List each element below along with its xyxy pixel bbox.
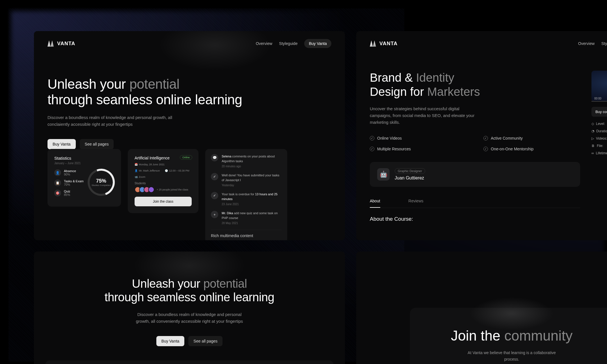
buy-vanta-button[interactable]: Buy Vanta	[47, 139, 76, 149]
panel-hero-centered: Unleash your potential through seamless …	[34, 252, 345, 364]
buy-vanta-button[interactable]: Buy Vanta	[156, 336, 185, 346]
header: VANTA Overview Styleguide Buy Vanta	[34, 31, 345, 48]
author-role-badge: Graphic Designer	[395, 168, 425, 174]
clock-icon: ◔	[591, 129, 594, 133]
tab-about[interactable]: About	[370, 199, 380, 208]
author-name: Juan Guttierez	[395, 176, 425, 181]
join-card: Join the community At Vanta we believe t…	[410, 308, 607, 364]
ai-class-card: Artificial Intelligence Online 📅 Monday,…	[128, 149, 198, 213]
feed-footer: Rich multimedia content	[211, 230, 282, 238]
brand-name: VANTA	[57, 41, 75, 47]
hero-headline: Unleash your potential through seamless …	[45, 277, 334, 304]
hero-headline: Unleash your potential through seamless …	[47, 76, 331, 107]
panel-join-community: Join the community At Vanta we believe t…	[356, 252, 607, 364]
course-tabs: About Reviews	[370, 199, 580, 208]
about-heading: About the Course:	[370, 216, 580, 222]
course-video-preview[interactable]: 🔊⤢ 00:00	[591, 71, 607, 102]
video-icon: ▷	[591, 136, 594, 140]
panel-hero-landing: VANTA Overview Styleguide Buy Vanta Unle…	[34, 31, 345, 240]
clock-icon: 🕐 12.00 – 03.30 PM	[165, 169, 189, 172]
avatar	[148, 187, 154, 193]
brand-logo: VANTA	[47, 40, 75, 47]
student-avatars: + 25 people joined the class	[135, 187, 192, 193]
calendar-icon: 📅 Monday, 28 June 2021	[135, 163, 165, 166]
author-card: 🤖 Graphic Designer Juan Guttierez	[370, 162, 580, 187]
logo-mark-icon	[370, 40, 376, 47]
check-circle-icon: ✓	[370, 136, 374, 140]
buy-course-button[interactable]: Buy course $199.9	[591, 107, 607, 117]
status-badge: Online	[180, 155, 192, 160]
panel-course-detail: VANTA Overview Styleguide Buy Vanta Bran…	[356, 31, 607, 240]
check-icon: ✓	[211, 192, 218, 199]
check-circle-icon: ✓	[483, 136, 488, 140]
nav-overview[interactable]: Overview	[578, 41, 595, 46]
quiz-icon: 🎯	[54, 190, 61, 196]
progress-ring: 75%Studies Completed	[88, 169, 115, 196]
logo-mark-icon	[47, 40, 54, 47]
comment-icon: 💬	[211, 154, 218, 161]
brand-logo: VANTA	[370, 40, 398, 47]
top-nav: Overview Styleguide Buy Vanta	[256, 39, 331, 48]
plus-icon: ＋	[211, 211, 218, 218]
check-circle-icon: ✓	[483, 147, 488, 151]
nav-styleguide[interactable]: Styleguide	[279, 41, 297, 46]
see-all-pages-button[interactable]: See all pages	[188, 336, 223, 346]
hero-subtext: Discover a boundless realm of knowledge …	[47, 114, 189, 128]
course-sidebar: 🔊⤢ 00:00 Buy course $199.9 ◇Level:Beggin…	[591, 71, 607, 222]
file-icon: 🗎	[591, 144, 595, 148]
nav-buy-button[interactable]: Buy Vanta	[304, 39, 331, 48]
infinity-icon: ∞	[591, 151, 594, 155]
check-icon: ✓	[211, 173, 218, 180]
author-avatar-icon: 🤖	[377, 168, 390, 181]
see-all-pages-button[interactable]: See all pages	[80, 139, 114, 149]
course-sub: Uncover the strategies behind successful…	[370, 105, 477, 126]
stats-card: Statistics January – June 2021 👤 Absence…	[47, 149, 121, 207]
nav-styleguide[interactable]: Styleguide	[601, 41, 607, 46]
stats-title: Statistics	[54, 156, 114, 161]
join-class-button[interactable]: Join the class	[135, 197, 192, 206]
tab-reviews[interactable]: Reviews	[409, 199, 424, 208]
join-headline: Join the community	[427, 328, 597, 344]
absence-icon: 👤	[54, 169, 61, 176]
level-icon: ◇	[591, 122, 594, 126]
feature-list: ✓Online Videos ✓Active Community ✓Multip…	[370, 136, 580, 151]
dashboard-preview: ⌂Dashboard 🔍Search here… 🔔 ⌄ Today's Sal…	[45, 360, 334, 364]
course-title: Brand & Identity Design for Marketers	[370, 71, 580, 99]
tasks-icon: 📋	[54, 179, 61, 186]
activity-feed-card: 💬 Selena comments on your posts about Al…	[205, 149, 287, 240]
zoom-icon: 📹 Zoom	[135, 176, 145, 178]
host-icon: 👤 Mr. Mark Jefferson	[135, 169, 160, 172]
check-circle-icon: ✓	[370, 147, 374, 151]
nav-overview[interactable]: Overview	[256, 41, 272, 46]
